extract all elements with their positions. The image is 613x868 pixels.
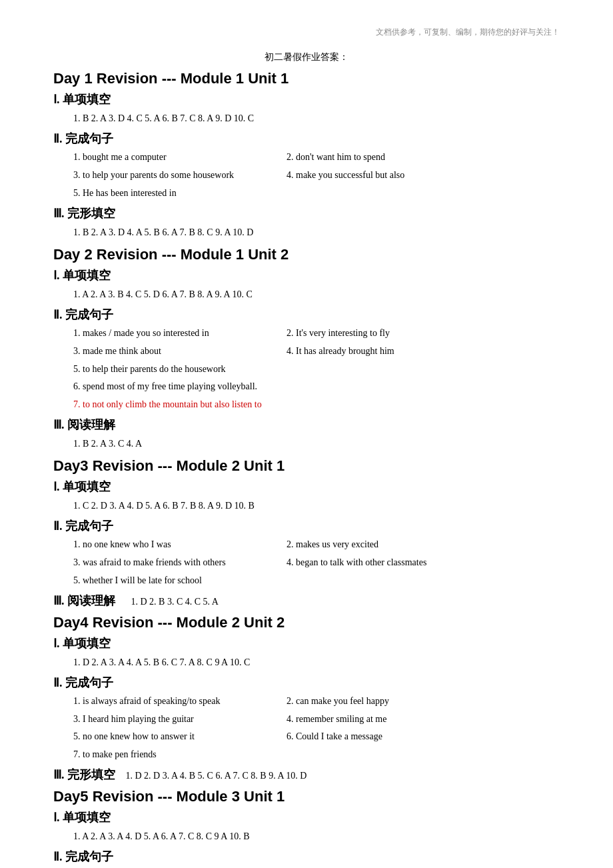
day2-s2-row4-left: 6. spend most of my free time playing vo… — [73, 379, 560, 395]
day4-s2-row1-right: 2. can make you feel happy — [287, 693, 560, 709]
day2-s2-row2-right: 4. It has already brought him — [287, 343, 560, 359]
day2-s2-row1-left: 1. makes / made you so interested in — [73, 325, 287, 341]
day1-s2-row1-right: 2. don't want him to spend — [287, 149, 560, 165]
page-title: 初二暑假作业答案： — [53, 51, 560, 63]
day3-s2-row1-right: 2. makes us very excited — [287, 537, 560, 553]
day4-s2-row4-left: 7. to make pen friends — [73, 747, 560, 763]
day2-s2-heading: Ⅱ. 完成句子 — [53, 307, 560, 323]
day5-s2-heading: Ⅱ. 完成句子 — [53, 849, 560, 865]
day2-s3-answers: 1. B 2. A 3. C 4. A — [73, 435, 560, 452]
day4-s2-row1: 1. is always afraid of speaking/to speak… — [73, 693, 560, 709]
day1-s2-row2: 3. to help your parents do some housewor… — [73, 167, 560, 183]
day1-s2-row3-left: 5. He has been interested in — [73, 185, 560, 201]
day1-s2-row3: 5. He has been interested in — [73, 185, 560, 201]
day4-s2-row2-right: 4. remember smiling at me — [287, 711, 560, 727]
day3-s2-row1-left: 1. no one knew who I was — [73, 537, 287, 553]
day2-s2-row5: 7. to not only climb the mountain but al… — [73, 397, 560, 413]
day4-s2-sentences: 1. is always afraid of speaking/to speak… — [73, 693, 560, 763]
day1-s3-answers: 1. B 2. A 3. D 4. A 5. B 6. A 7. B 8. C … — [73, 224, 560, 241]
day4-s3-heading: Ⅲ. 完形填空 — [53, 768, 115, 781]
day5-s1-answers: 1. A 2. A 3. A 4. D 5. A 6. A 7. C 8. C … — [73, 828, 560, 845]
day4-s2-row3-right: 6. Could I take a message — [287, 729, 560, 745]
day3-s2-row2-left: 3. was afraid to make friends with other… — [73, 555, 287, 571]
day3-heading: Day3 Revision --- Module 2 Unit 1 — [53, 457, 560, 475]
day4-s3-block: Ⅲ. 完形填空 1. D 2. D 3. A 4. B 5. C 6. A 7.… — [53, 767, 560, 783]
day3-s2-heading: Ⅱ. 完成句子 — [53, 518, 560, 534]
day3-s2-row2: 3. was afraid to make friends with other… — [73, 555, 560, 571]
day2-s1-answers: 1. A 2. A 3. B 4. C 5. D 6. A 7. B 8. A … — [73, 286, 560, 303]
day2-s2-row3-left: 5. to help their parents do the housewor… — [73, 361, 560, 377]
day2-s2-row3: 5. to help their parents do the housewor… — [73, 361, 560, 377]
day3-s2-row3: 5. whether I will be late for school — [73, 573, 560, 589]
day2-s2-row2: 3. made me think about 4. It has already… — [73, 343, 560, 359]
day1-heading: Day 1 Revision --- Module 1 Unit 1 — [53, 70, 560, 87]
day4-s2-row1-left: 1. is always afraid of speaking/to speak — [73, 693, 287, 709]
day3-s2-sentences: 1. no one knew who I was 2. makes us ver… — [73, 537, 560, 588]
day1-section: Day 1 Revision --- Module 1 Unit 1 Ⅰ. 单项… — [53, 70, 560, 241]
day1-s2-row1-left: 1. bought me a computer — [73, 149, 287, 165]
day4-s2-row3-left: 5. no one knew how to answer it — [73, 729, 287, 745]
day5-section: Day5 Revision --- Module 3 Unit 1 Ⅰ. 单项填… — [53, 788, 560, 868]
day4-s3-answers: 1. D 2. D 3. A 4. B 5. C 6. A 7. C 8. B … — [126, 771, 307, 781]
day2-section: Day 2 Revision --- Module 1 Unit 2 Ⅰ. 单项… — [53, 246, 560, 452]
day3-s1-answers: 1. C 2. D 3. A 4. D 5. A 6. B 7. B 8. A … — [73, 497, 560, 514]
day2-s2-row5-left: 7. to not only climb the mountain but al… — [73, 397, 560, 413]
day1-s2-heading: Ⅱ. 完成句子 — [53, 131, 560, 147]
day4-heading: Day4 Revision --- Module 2 Unit 2 — [53, 614, 560, 631]
day1-s2-row1: 1. bought me a computer 2. don't want hi… — [73, 149, 560, 165]
day3-s3-answers: 1. D 2. B 3. C 4. C 5. A — [131, 597, 219, 607]
day1-s1-answers: 1. B 2. A 3. D 4. C 5. A 6. B 7. C 8. A … — [73, 110, 560, 127]
day3-s3-heading: Ⅲ. 阅读理解 — [53, 594, 115, 607]
day3-s1-heading: Ⅰ. 单项填空 — [53, 479, 560, 495]
day1-s3-heading: Ⅲ. 完形填空 — [53, 205, 560, 221]
day4-s2-heading: Ⅱ. 完成句子 — [53, 675, 560, 691]
day2-s1-heading: Ⅰ. 单项填空 — [53, 267, 560, 283]
day2-heading: Day 2 Revision --- Module 1 Unit 2 — [53, 246, 560, 263]
day3-s2-row3-left: 5. whether I will be late for school — [73, 573, 560, 589]
day4-s1-answers: 1. D 2. A 3. A 4. A 5. B 6. C 7. A 8. C … — [73, 654, 560, 671]
day4-s2-row2-left: 3. I heard him playing the guitar — [73, 711, 287, 727]
day5-s1-heading: Ⅰ. 单项填空 — [53, 809, 560, 825]
day4-s1-heading: Ⅰ. 单项填空 — [53, 635, 560, 651]
day2-s2-row2-left: 3. made me think about — [73, 343, 287, 359]
day4-s2-row4: 7. to make pen friends — [73, 747, 560, 763]
day3-s3-block: Ⅲ. 阅读理解 1. D 2. B 3. C 4. C 5. A — [53, 593, 560, 609]
day2-s3-heading: Ⅲ. 阅读理解 — [53, 417, 560, 433]
day3-s2-row2-right: 4. began to talk with other classmates — [287, 555, 560, 571]
day3-section: Day3 Revision --- Module 2 Unit 1 Ⅰ. 单项填… — [53, 457, 560, 609]
day3-s2-row1: 1. no one knew who I was 2. makes us ver… — [73, 537, 560, 553]
day4-s2-row3: 5. no one knew how to answer it 6. Could… — [73, 729, 560, 745]
day1-s2-row2-left: 3. to help your parents do some housewor… — [73, 167, 287, 183]
day1-s2-sentences: 1. bought me a computer 2. don't want hi… — [73, 149, 560, 201]
day2-s2-sentences: 1. makes / made you so interested in 2. … — [73, 325, 560, 413]
day2-s2-row1-right: 2. It's very interesting to fly — [287, 325, 560, 341]
day1-s2-row2-right: 4. make you successful but also — [287, 167, 560, 183]
day5-heading: Day5 Revision --- Module 3 Unit 1 — [53, 788, 560, 805]
watermark: 文档供参考，可复制、编制，期待您的好评与关注！ — [53, 27, 560, 38]
day2-s2-row4: 6. spend most of my free time playing vo… — [73, 379, 560, 395]
day2-s2-row1: 1. makes / made you so interested in 2. … — [73, 325, 560, 341]
day4-s2-row2: 3. I heard him playing the guitar 4. rem… — [73, 711, 560, 727]
day4-section: Day4 Revision --- Module 2 Unit 2 Ⅰ. 单项填… — [53, 614, 560, 783]
day1-s1-heading: Ⅰ. 单项填空 — [53, 91, 560, 107]
